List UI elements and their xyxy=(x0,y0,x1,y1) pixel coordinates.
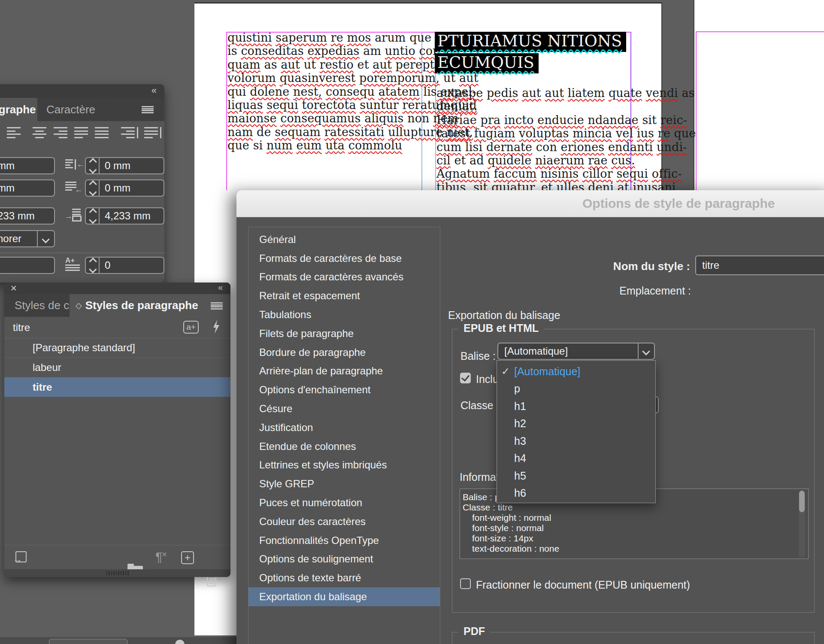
tag-menu-item[interactable]: ✓ h6 xyxy=(497,485,655,502)
align-center-button[interactable] xyxy=(33,127,46,138)
dialog-sidebar-item[interactable]: Formats de caractères avancés xyxy=(248,268,440,287)
dialog-sidebar-item[interactable]: Puces et numérotation xyxy=(248,493,440,512)
first-line-indent-value: 0 mm xyxy=(105,160,130,172)
dropcap-chars-field[interactable]: 0 xyxy=(99,257,164,274)
last-line-indent-stepper[interactable] xyxy=(85,179,100,197)
dialog-sidebar-item[interactable]: Couleur des caractères xyxy=(248,512,440,531)
align-right-button[interactable] xyxy=(54,127,67,138)
style-list-item[interactable]: [Paragraphe standard] xyxy=(4,338,230,358)
space-after-stepper[interactable] xyxy=(85,207,100,225)
dialog-sidebar-item[interactable]: Arrière-plan de paragraphe xyxy=(248,362,440,381)
load-styles-icon[interactable]: → xyxy=(14,551,27,564)
tab-paragraph-styles[interactable]: ◇ Styles de paragraphe xyxy=(70,294,230,317)
headline-line: ECUMQUIS xyxy=(435,53,539,73)
dialog-sidebar-item-label: Fonctionnalités OpenType xyxy=(259,535,379,547)
space-before-field[interactable]: 4,233 mm xyxy=(0,207,55,225)
align-away-spine-button[interactable] xyxy=(144,127,158,138)
space-between-same-style-dropdown[interactable]: Ignorer xyxy=(0,230,55,247)
style-name-input[interactable]: titre xyxy=(695,255,824,275)
tag-menu-item[interactable]: ✓ [Automatique] xyxy=(497,363,655,380)
space-after-field[interactable]: 4,233 mm xyxy=(99,207,164,225)
dropcap-chars-stepper[interactable] xyxy=(85,257,100,274)
tag-menu-item[interactable]: ✓ h1 xyxy=(497,398,655,415)
tag-menu-item[interactable]: ✓ h4 xyxy=(497,450,655,468)
quick-apply-lightning-icon[interactable] xyxy=(212,320,220,334)
close-icon[interactable]: ✕ xyxy=(10,283,17,293)
epub-tag-dropdown[interactable]: [Automatique] xyxy=(497,343,655,360)
style-list-item-label: titre xyxy=(4,381,52,393)
tab-caractere[interactable]: Caractère xyxy=(38,98,104,121)
dialog-sidebar-item[interactable]: Exportation du balisage xyxy=(248,587,440,606)
dialog-sidebar-item[interactable]: Filets de paragraphe xyxy=(248,324,440,343)
dialog-sidebar-item[interactable]: Tabulations xyxy=(248,305,440,324)
drag-tab-icon: ◇ xyxy=(76,301,82,310)
style-list-item-label: [Paragraphe standard] xyxy=(4,342,135,354)
tab-character-styles[interactable]: Styles de caractère xyxy=(4,294,70,317)
panel-menu-icon[interactable] xyxy=(211,302,223,310)
headline-text[interactable]: PTURIAMUS NITIONSECUMQUIS xyxy=(435,32,626,75)
text-line: maionse consequamus aliquis non nem xyxy=(227,112,423,125)
dialog-sidebar-item[interactable]: Etendue de colonnes xyxy=(248,437,440,456)
dialog-sidebar-item-label: Tabulations xyxy=(259,309,311,321)
style-name-label: Nom du style : xyxy=(561,260,690,273)
tag-menu-item[interactable]: ✓ h3 xyxy=(497,432,655,450)
text-line: volorum quasinverest poremporum, ut aut xyxy=(227,71,423,85)
page-number-field[interactable] xyxy=(49,639,112,644)
style-override-badge-icon[interactable]: a+ xyxy=(183,321,199,334)
tag-menu-item[interactable]: ✓ h5 xyxy=(497,467,655,485)
text-column-left[interactable]: quistini saperum re mos arum que mo veli… xyxy=(227,31,423,152)
dialog-sidebar-item[interactable]: Justification xyxy=(248,418,440,437)
collapse-panel-icon[interactable]: « xyxy=(151,85,158,96)
text-line: qui dolene nest, consequ atatem lis expe… xyxy=(227,85,423,98)
style-list-item[interactable]: labeur xyxy=(4,358,230,377)
dialog-sidebar-item[interactable]: Fonctionnalités OpenType xyxy=(248,531,440,550)
panel-menu-icon[interactable] xyxy=(142,106,154,113)
dialog-sidebar-item[interactable]: Style GREP xyxy=(248,474,440,493)
include-classes-checkbox[interactable] xyxy=(460,373,471,383)
dialog-sidebar-item[interactable]: Bordure de paragraphe xyxy=(248,343,440,362)
info-scrollbar-thumb[interactable] xyxy=(799,491,805,512)
right-indent-value: 0 mm xyxy=(0,182,15,194)
split-document-checkbox[interactable] xyxy=(460,578,471,589)
tab-paragraphe[interactable]: Paragraphe xyxy=(0,98,37,121)
justify-last-left-button[interactable] xyxy=(74,127,88,138)
tag-menu-item[interactable]: ✓ h2 xyxy=(497,415,655,433)
right-indent-field[interactable]: 0 mm xyxy=(0,179,55,197)
panel-resize-grip[interactable] xyxy=(4,569,230,577)
dialog-sidebar-item-label: Arrière-plan de paragraphe xyxy=(259,365,383,377)
dialog-sidebar-item-label: Bordure de paragraphe xyxy=(259,346,366,358)
first-line-indent-field[interactable]: 0 mm xyxy=(99,157,164,174)
text-line: Hariae pra incto enducie ndandae sit rei… xyxy=(436,113,634,127)
dialog-sidebar-item-label: Formats de caractères avancés xyxy=(259,271,403,283)
text-column-right[interactable]: autaspe pedis aut aut liatem quate vendi… xyxy=(436,86,634,194)
dialog-sidebar-item[interactable]: Options d'enchaînement xyxy=(248,380,440,399)
dialog-sidebar-item[interactable]: Césure xyxy=(248,399,440,418)
epub-class-label: Classe : xyxy=(460,399,499,412)
last-line-indent-field[interactable]: 0 mm xyxy=(99,179,164,197)
page-number-dropdown[interactable] xyxy=(111,639,127,644)
dialog-sidebar: Général Formats de caractères de base Fo… xyxy=(248,227,440,644)
dialog-sidebar-item[interactable]: Général xyxy=(248,230,440,249)
dialog-sidebar-item[interactable]: Lettrines et styles imbriqués xyxy=(248,456,440,475)
dropcap-lines-field[interactable]: 0 xyxy=(0,257,55,274)
create-new-style-icon[interactable]: + xyxy=(181,551,194,564)
export-tagging-heading: Exportation du balisage xyxy=(448,309,560,322)
style-info-line: font-size : 14px xyxy=(463,533,797,544)
left-indent-field[interactable]: 0 mm xyxy=(0,157,55,174)
dialog-sidebar-item[interactable]: Formats de caractères de base xyxy=(248,249,440,268)
tag-menu-item-label: h1 xyxy=(514,400,526,413)
align-left-button[interactable] xyxy=(7,127,21,138)
style-list-item-label: labeur xyxy=(4,361,61,374)
first-line-indent-stepper[interactable] xyxy=(85,157,100,174)
style-list-item[interactable]: titre xyxy=(4,377,230,397)
dialog-sidebar-item[interactable]: Retrait et espacement xyxy=(248,286,440,305)
clear-overrides-icon[interactable]: ¶✕ xyxy=(155,550,168,564)
space-before-value: 4,233 mm xyxy=(0,210,35,222)
dialog-sidebar-item[interactable]: Options de texte barré xyxy=(248,568,440,587)
pdf-group: PDF Balise : [Automatique] xyxy=(452,632,815,644)
tag-menu-item[interactable]: ✓ p xyxy=(497,380,655,398)
align-towards-spine-button[interactable] xyxy=(121,127,135,138)
dialog-sidebar-item[interactable]: Options de soulignement xyxy=(248,550,440,569)
collapse-panel-icon[interactable]: « xyxy=(218,283,224,292)
justify-all-button[interactable] xyxy=(95,127,109,138)
